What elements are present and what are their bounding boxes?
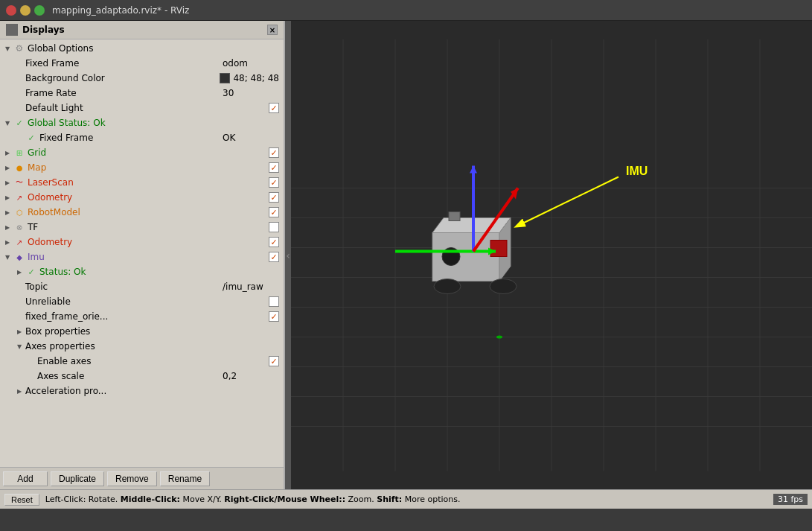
expand-arrow[interactable] bbox=[3, 208, 12, 217]
status-hint-move: Move X/Y. bbox=[182, 495, 224, 504]
background-color-value-container: 48; 48; 48 bbox=[220, 73, 282, 83]
svg-point-23 bbox=[490, 279, 517, 294]
list-item[interactable]: Acceleration pro... bbox=[0, 384, 284, 398]
list-item[interactable]: fixed_frame_orie... bbox=[0, 309, 284, 324]
list-item[interactable]: ✓ Global Status: Ok bbox=[0, 115, 284, 130]
grid-canvas: IMU bbox=[291, 21, 812, 489]
expand-arrow[interactable] bbox=[3, 178, 12, 187]
list-item[interactable]: ⚙ Global Options bbox=[0, 41, 284, 56]
list-item[interactable]: Background Color 48; 48; 48 bbox=[0, 71, 284, 86]
list-item[interactable]: 〜 LaserScan bbox=[0, 175, 284, 190]
expand-arrow[interactable] bbox=[3, 148, 12, 157]
expand-arrow[interactable] bbox=[15, 267, 24, 276]
robotmodel-checkbox[interactable] bbox=[269, 207, 279, 217]
expand-arrow[interactable] bbox=[3, 238, 12, 247]
list-item[interactable]: ⬡ RobotModel bbox=[0, 205, 284, 220]
expand-arrow[interactable] bbox=[3, 193, 12, 202]
svg-text:IMU: IMU bbox=[626, 165, 648, 177]
list-item[interactable]: Axes properties bbox=[0, 339, 284, 354]
list-item[interactable]: Fixed Frame odom bbox=[0, 56, 284, 71]
window-controls[interactable] bbox=[6, 5, 45, 16]
expand-arrow bbox=[15, 312, 24, 321]
displays-panel: Displays × ⚙ Global Options Fixed Frame … bbox=[0, 21, 285, 489]
list-item[interactable]: Default Light bbox=[0, 101, 284, 115]
laserscan-checkbox[interactable] bbox=[269, 177, 279, 188]
expand-arrow[interactable] bbox=[3, 252, 12, 261]
check-icon: ✓ bbox=[25, 266, 37, 278]
expand-arrow[interactable] bbox=[3, 118, 12, 127]
expand-arrow bbox=[15, 74, 24, 83]
list-item[interactable]: Unreliable bbox=[0, 294, 284, 309]
axes-properties-label: Axes properties bbox=[25, 341, 282, 352]
topic-label: Topic bbox=[25, 282, 223, 292]
list-item[interactable]: ↗ Odometry bbox=[0, 235, 284, 249]
rename-button[interactable]: Rename bbox=[160, 471, 210, 486]
map-checkbox[interactable] bbox=[269, 162, 279, 173]
imu-checkbox[interactable] bbox=[269, 252, 279, 262]
list-item[interactable]: ✓ Status: Ok bbox=[0, 264, 284, 279]
close-button[interactable] bbox=[6, 5, 16, 16]
expand-arrow[interactable] bbox=[15, 387, 24, 395]
topic-value: /imu_raw bbox=[223, 282, 282, 292]
expand-arrow bbox=[15, 104, 24, 112]
main-layout: Displays × ⚙ Global Options Fixed Frame … bbox=[0, 21, 812, 489]
fixed-frame-label: Fixed Frame bbox=[25, 58, 223, 69]
color-swatch bbox=[220, 73, 230, 83]
expand-arrow[interactable] bbox=[15, 327, 24, 336]
expand-arrow[interactable] bbox=[3, 223, 12, 232]
status-hint: Left-Click: Rotate. Middle-Click: Move X… bbox=[45, 495, 461, 504]
fixed-frame-value: odom bbox=[223, 58, 282, 69]
laserscan-label: LaserScan bbox=[28, 177, 269, 188]
expand-arrow[interactable] bbox=[15, 342, 24, 351]
fixed-frame-orie-checkbox[interactable] bbox=[269, 311, 279, 322]
minimize-button[interactable] bbox=[20, 5, 31, 16]
maximize-button[interactable] bbox=[34, 5, 45, 16]
enable-axes-checkbox[interactable] bbox=[269, 356, 279, 366]
list-item[interactable]: Topic /imu_raw bbox=[0, 279, 284, 294]
list-item[interactable]: Frame Rate 30 bbox=[0, 86, 284, 101]
list-item[interactable]: ⊞ Grid bbox=[0, 145, 284, 160]
tf-checkbox[interactable] bbox=[269, 222, 279, 232]
expand-arrow[interactable] bbox=[3, 163, 12, 172]
panel-divider[interactable] bbox=[285, 21, 291, 489]
expand-arrow bbox=[15, 89, 24, 98]
status-hint-zoom: Zoom. bbox=[348, 495, 377, 504]
tf-label: TF bbox=[28, 222, 269, 232]
svg-point-36 bbox=[496, 336, 502, 339]
list-item[interactable]: ⊗ TF bbox=[0, 220, 284, 235]
grid-label: Grid bbox=[28, 147, 269, 158]
list-item[interactable]: ↗ Odometry bbox=[0, 190, 284, 205]
status-hint-shift: Shift: bbox=[377, 495, 402, 504]
fixed-frame-status-label: Fixed Frame bbox=[39, 133, 223, 143]
fps-badge: 31 fps bbox=[773, 494, 808, 505]
axes-scale-value: 0,2 bbox=[223, 371, 282, 381]
title-bar: mapping_adaptado.rviz* - RViz bbox=[0, 0, 812, 21]
expand-arrow bbox=[15, 59, 24, 68]
list-item[interactable]: Box properties bbox=[0, 324, 284, 339]
duplicate-button[interactable]: Duplicate bbox=[51, 471, 104, 486]
expand-arrow bbox=[27, 372, 36, 381]
imu-icon: ◆ bbox=[13, 251, 25, 263]
grid-icon: ⊞ bbox=[13, 147, 25, 159]
default-light-checkbox[interactable] bbox=[269, 103, 279, 113]
unreliable-checkbox[interactable] bbox=[269, 296, 279, 307]
list-item[interactable]: ● Map bbox=[0, 160, 284, 175]
expand-arrow bbox=[15, 297, 24, 306]
fixed-frame-status-value: OK bbox=[223, 133, 282, 143]
reset-button[interactable]: Reset bbox=[4, 494, 39, 506]
add-button[interactable]: Add bbox=[3, 471, 48, 486]
odometry1-checkbox[interactable] bbox=[269, 192, 279, 203]
expand-arrow[interactable] bbox=[3, 44, 12, 53]
remove-button[interactable]: Remove bbox=[107, 471, 157, 486]
odometry2-checkbox[interactable] bbox=[269, 237, 279, 247]
grid-checkbox[interactable] bbox=[269, 147, 279, 158]
tree-container[interactable]: ⚙ Global Options Fixed Frame odom Backgr… bbox=[0, 39, 284, 467]
list-item[interactable]: ✓ Fixed Frame OK bbox=[0, 130, 284, 145]
list-item[interactable]: Enable axes bbox=[0, 354, 284, 369]
imu-label: Imu bbox=[28, 252, 269, 262]
list-item[interactable]: ◆ Imu bbox=[0, 249, 284, 264]
displays-close-button[interactable]: × bbox=[267, 25, 278, 35]
displays-icon bbox=[6, 24, 18, 36]
viewport[interactable]: IMU bbox=[291, 21, 812, 489]
list-item[interactable]: Axes scale 0,2 bbox=[0, 369, 284, 384]
